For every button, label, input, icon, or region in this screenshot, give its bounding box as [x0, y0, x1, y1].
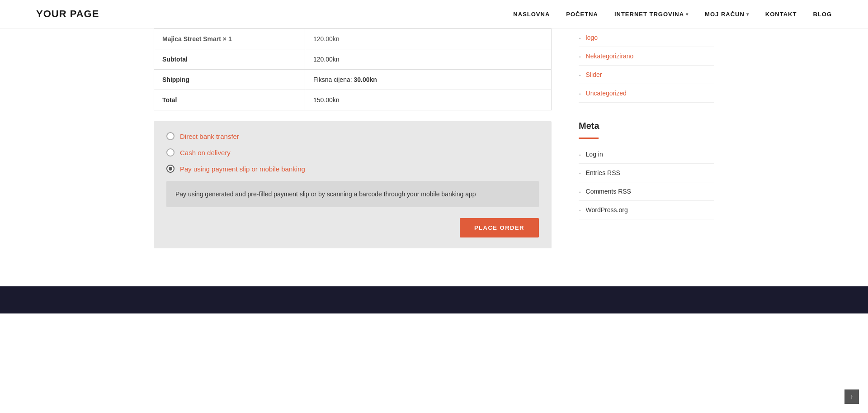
order-table: Majica Street Smart × 1 120.00kn Subtota… [154, 28, 552, 110]
payment-option-cash-delivery[interactable]: Cash on delivery [166, 148, 539, 157]
sidebar-item-logo[interactable]: logo [586, 34, 598, 41]
payment-label-direct-bank: Direct bank transfer [180, 133, 239, 140]
list-item: Comments RSS [579, 182, 714, 201]
table-row: Shipping Fiksna cijena: 30.00kn [154, 70, 552, 90]
sidebar-item-nekategorizirano[interactable]: Nekategorizirano [586, 52, 634, 60]
payment-description: Pay using generated and pre-filled payme… [166, 181, 539, 207]
main-nav: NASLOVNA POČETNA INTERNET TRGOVINA ▾ MOJ… [513, 11, 832, 18]
sidebar-item-login[interactable]: Log in [586, 151, 603, 158]
table-row: Total 150.00kn [154, 90, 552, 110]
total-label: Total [154, 90, 305, 110]
list-item: WordPress.org [579, 201, 714, 219]
sidebar-item-uncategorized[interactable]: Uncategorized [586, 90, 627, 97]
nav-naslovna[interactable]: NASLOVNA [513, 11, 550, 18]
sidebar-item-entries-rss[interactable]: Entries RSS [586, 169, 620, 176]
table-row: Subtotal 120.00kn [154, 49, 552, 70]
subtotal-value: 120.00kn [305, 49, 552, 70]
radio-direct-bank[interactable] [166, 132, 175, 140]
subtotal-label: Subtotal [154, 49, 305, 70]
site-title: YOUR PAGE [36, 8, 99, 20]
shipping-label: Shipping [154, 70, 305, 90]
list-item: Slider [579, 66, 714, 84]
nav-blog[interactable]: BLOG [813, 11, 832, 18]
table-row: Majica Street Smart × 1 120.00kn [154, 29, 552, 49]
payment-option-payment-slip[interactable]: Pay using payment slip or mobile banking [166, 165, 539, 173]
radio-cash-delivery[interactable] [166, 148, 175, 157]
nav-pocetna[interactable]: POČETNA [566, 11, 598, 18]
radio-payment-slip[interactable] [166, 165, 175, 173]
sidebar-meta: Meta Log in Entries RSS Comments RSS Wor… [579, 121, 714, 219]
site-footer [0, 286, 868, 313]
main-layout: Majica Street Smart × 1 120.00kn Subtota… [118, 28, 750, 259]
list-item: logo [579, 28, 714, 47]
categories-list: logo Nekategorizirano Slider Uncategoriz… [579, 28, 714, 103]
chevron-down-icon: ▾ [746, 12, 749, 17]
meta-title: Meta [579, 121, 714, 133]
place-order-row: PLACE ORDER [166, 218, 539, 237]
place-order-button[interactable]: PLACE ORDER [460, 218, 539, 237]
sidebar-item-slider[interactable]: Slider [586, 71, 602, 78]
payment-label-payment-slip: Pay using payment slip or mobile banking [180, 165, 305, 173]
product-price: 120.00kn [305, 29, 552, 49]
sidebar-item-wordpress[interactable]: WordPress.org [586, 206, 628, 214]
shipping-value: Fiksna cijena: 30.00kn [305, 70, 552, 90]
meta-underline [579, 138, 599, 139]
sidebar: logo Nekategorizirano Slider Uncategoriz… [579, 28, 714, 259]
payment-option-direct-bank[interactable]: Direct bank transfer [166, 132, 539, 140]
list-item: Entries RSS [579, 164, 714, 182]
list-item: Nekategorizirano [579, 47, 714, 66]
payment-label-cash-delivery: Cash on delivery [180, 149, 231, 157]
nav-kontakt[interactable]: KONTAKT [765, 11, 797, 18]
list-item: Log in [579, 145, 714, 164]
site-header: YOUR PAGE NASLOVNA POČETNA INTERNET TRGO… [0, 0, 868, 28]
total-value: 150.00kn [305, 90, 552, 110]
nav-internet-trgovina[interactable]: INTERNET TRGOVINA ▾ [614, 11, 689, 18]
meta-list: Log in Entries RSS Comments RSS WordPres… [579, 145, 714, 219]
product-name: Majica Street Smart × 1 [154, 29, 305, 49]
list-item: Uncategorized [579, 84, 714, 103]
chevron-down-icon: ▾ [686, 12, 689, 17]
nav-moj-racun[interactable]: MOJ RAČUN ▾ [705, 11, 749, 18]
payment-section: Direct bank transfer Cash on delivery Pa… [154, 121, 552, 248]
content-area: Majica Street Smart × 1 120.00kn Subtota… [154, 28, 552, 259]
sidebar-item-comments-rss[interactable]: Comments RSS [586, 188, 631, 195]
sidebar-categories: logo Nekategorizirano Slider Uncategoriz… [579, 28, 714, 103]
